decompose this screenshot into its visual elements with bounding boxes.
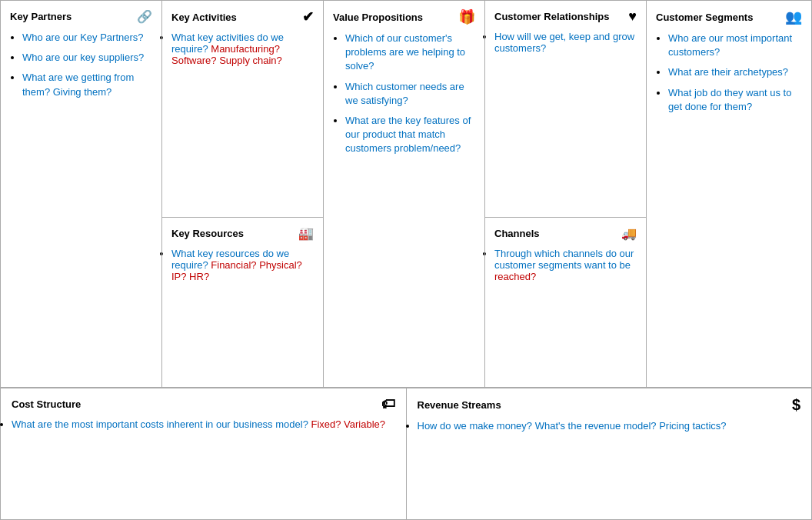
list-item: What key activities do we require? Manuf… xyxy=(171,32,314,66)
key-resources-title: Key Resources xyxy=(171,225,314,242)
customer-rel-channels-wrap: Customer Relationships How will we get, … xyxy=(485,1,647,387)
customer-segments-cell: Customer Segments Who are our most impor… xyxy=(647,1,811,387)
key-resources-cell: Key Resources What key resources do we r… xyxy=(162,218,323,387)
cost-structure-list: What are the most important costs inhere… xyxy=(12,418,395,430)
customer-relationships-cell: Customer Relationships How will we get, … xyxy=(485,1,646,218)
value-propositions-list: Which of our customer's problems are we … xyxy=(333,32,475,162)
customer-segments-title: Customer Segments xyxy=(656,8,802,25)
gift-icon xyxy=(458,8,475,25)
list-item: Who are our Key Partners? xyxy=(22,31,152,45)
list-item: What are the key features of our product… xyxy=(345,114,475,156)
value-propositions-cell: Value Propositions Which of our customer… xyxy=(324,1,485,387)
key-activities-resources-wrap: Key Activities What key activities do we… xyxy=(162,1,324,387)
key-resources-list: What key resources do we require? Financ… xyxy=(171,248,314,282)
customer-segments-list: Who are our most important customers? Wh… xyxy=(656,32,802,120)
list-item: What are the most important costs inhere… xyxy=(12,418,395,430)
revenue-streams-list: How do we make money? What's the revenue… xyxy=(418,420,801,432)
list-item: What key resources do we require? Financ… xyxy=(171,248,314,282)
key-activities-list: What key activities do we require? Manuf… xyxy=(171,32,314,66)
key-partners-cell: Key Partners Who are our Key Partners? W… xyxy=(1,1,162,387)
list-item: Which of our customer's problems are we … xyxy=(345,32,475,74)
list-item: How will we get, keep and grow customers… xyxy=(494,31,637,54)
list-item: Who are our key suppliers? xyxy=(22,51,152,65)
channels-list: Through which channels do our customer s… xyxy=(494,248,637,282)
list-item: Who are our most important customers? xyxy=(668,32,802,59)
cost-structure-title: Cost Structure xyxy=(12,396,395,412)
list-item: What are we getting from them? Giving th… xyxy=(22,71,152,98)
value-propositions-title: Value Propositions xyxy=(333,8,475,25)
key-activities-cell: Key Activities What key activities do we… xyxy=(162,1,323,218)
heart-icon xyxy=(628,8,637,25)
business-model-canvas: Key Partners Who are our Key Partners? W… xyxy=(0,0,812,520)
customer-relationships-title: Customer Relationships xyxy=(494,8,637,25)
revenue-streams-title: Revenue Streams xyxy=(418,396,801,414)
list-item: Through which channels do our customer s… xyxy=(494,248,637,282)
list-item: What are their archetypes? xyxy=(668,65,802,79)
key-partners-title: Key Partners xyxy=(10,8,152,25)
check-icon xyxy=(302,8,314,25)
customer-relationships-list: How will we get, keep and grow customers… xyxy=(494,31,637,54)
cost-structure-cell: Cost Structure What are the most importa… xyxy=(1,388,407,519)
key-activities-title: Key Activities xyxy=(171,8,314,25)
truck-icon xyxy=(621,225,637,242)
tag-icon xyxy=(381,396,395,412)
factory-icon xyxy=(298,225,314,242)
revenue-streams-cell: Revenue Streams How do we make money? Wh… xyxy=(407,388,812,519)
people-icon xyxy=(785,8,802,25)
list-item: How do we make money? What's the revenue… xyxy=(418,420,801,432)
link-icon xyxy=(137,8,152,25)
dollar-icon xyxy=(792,396,800,414)
key-partners-list: Who are our Key Partners? Who are our ke… xyxy=(10,31,152,105)
channels-cell: Channels Through which channels do our c… xyxy=(485,218,646,387)
list-item: What job do they want us to get done for… xyxy=(668,86,802,114)
bottom-section: Cost Structure What are the most importa… xyxy=(1,388,811,519)
list-item: Which customer needs are we satisfying? xyxy=(345,80,475,108)
channels-title: Channels xyxy=(494,225,637,242)
top-section: Key Partners Who are our Key Partners? W… xyxy=(1,1,811,388)
